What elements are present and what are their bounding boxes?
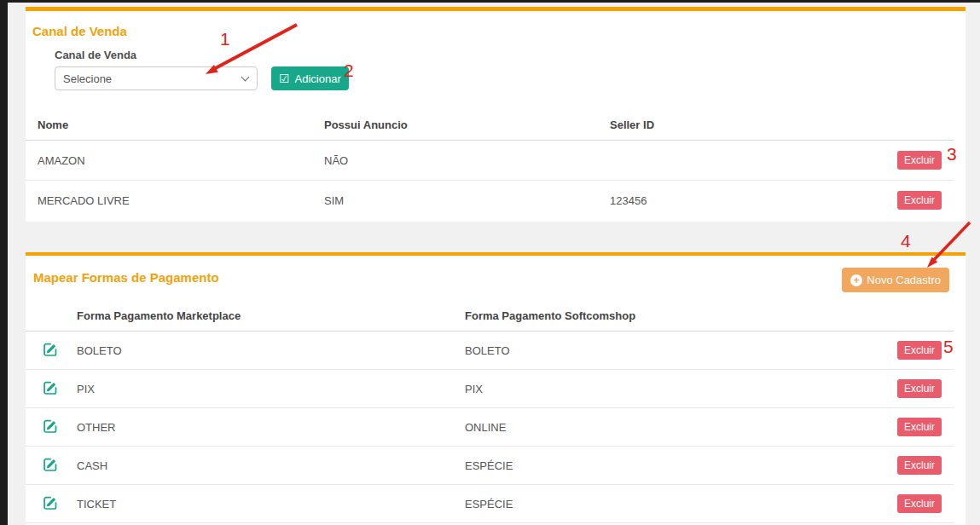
edit-icon[interactable] [43, 494, 59, 511]
actions-cell: Excluir [823, 408, 954, 447]
excluir-button[interactable]: Excluir [897, 379, 942, 398]
payment-row: OTHERONLINEExcluir [26, 408, 954, 447]
payment-row: BOLETOBOLETOExcluir [26, 332, 954, 370]
header-seller-id: Seller ID [598, 112, 811, 141]
cell-forma-marketplace: BOLETO [77, 332, 465, 370]
cell-possui-anuncio: NÃO [312, 141, 598, 181]
cell-forma-marketplace: TICKET [77, 485, 465, 523]
cell-forma-marketplace: PIX [77, 370, 465, 408]
cell-seller-id [598, 141, 811, 181]
actions-cell: Excluir [811, 181, 954, 221]
edit-cell [26, 408, 77, 447]
edit-icon[interactable] [43, 379, 59, 395]
plus-circle-icon: + [850, 274, 862, 286]
sales-channel-row: AMAZONNÃOExcluir [26, 141, 954, 181]
cell-possui-anuncio: SIM [312, 181, 598, 221]
adicionar-button[interactable]: ☑ Adicionar [271, 66, 349, 90]
header-edit-column [26, 303, 77, 332]
payment-row: TICKETESPÉCIEExcluir [26, 485, 954, 523]
header-actions [811, 112, 954, 141]
sales-channel-title: Canal de Venda [32, 24, 966, 38]
actions-cell: Excluir [823, 332, 954, 370]
cell-nome: AMAZON [26, 141, 312, 181]
check-square-icon: ☑ [279, 72, 290, 84]
edit-icon[interactable] [43, 418, 59, 434]
edit-cell [26, 332, 77, 370]
actions-cell: Excluir [823, 370, 954, 408]
excluir-button[interactable]: Excluir [897, 418, 942, 436]
excluir-button[interactable]: Excluir [897, 341, 942, 360]
header-actions [823, 303, 954, 332]
channel-select-wrap: Selecione [55, 66, 258, 90]
payment-mapping-title: Mapear Formas de Pagamento [33, 270, 966, 285]
cell-forma-softcomshop: BOLETO [465, 332, 823, 370]
sales-channel-table-header-row: Nome Possui Anuncio Seller ID [26, 112, 954, 141]
annotation-step-4: 4 [901, 231, 911, 251]
sales-channel-card: Canal de Venda Canal de Venda Selecione … [26, 7, 966, 222]
header-nome: Nome [26, 112, 312, 141]
sales-channel-table: Nome Possui Anuncio Seller ID AMAZONNÃOE… [26, 112, 954, 220]
cell-forma-marketplace: OTHER [77, 408, 465, 447]
header-forma-marketplace: Forma Pagamento Marketplace [77, 303, 465, 332]
cell-forma-softcomshop: ESPÉCIE [465, 447, 823, 485]
novo-cadastro-button[interactable]: + Novo Cadastro [842, 268, 949, 292]
actions-cell: Excluir [823, 447, 954, 485]
header-forma-softcomshop: Forma Pagamento Softcomshop [465, 303, 823, 332]
payment-mapping-table: Forma Pagamento Marketplace Forma Pagame… [26, 303, 954, 525]
novo-cadastro-button-label: Novo Cadastro [867, 274, 941, 286]
excluir-button[interactable]: Excluir [897, 494, 942, 513]
payment-row: CASHESPÉCIEExcluir [26, 447, 954, 485]
cell-forma-softcomshop: ESPÉCIE [465, 485, 823, 523]
cell-forma-marketplace: CASH [77, 447, 465, 485]
payment-row: PIXPIXExcluir [26, 370, 954, 408]
excluir-button[interactable]: Excluir [897, 191, 942, 210]
actions-cell: Excluir [811, 141, 954, 181]
cell-forma-softcomshop: ONLINE [465, 408, 823, 447]
screenshot-frame-top [0, 0, 980, 3]
screenshot-frame-left [0, 0, 8, 525]
cell-forma-softcomshop: PIX [465, 370, 823, 408]
actions-cell: Excluir [823, 485, 954, 523]
edit-cell [26, 447, 77, 485]
payment-mapping-card: Mapear Formas de Pagamento + Novo Cadast… [26, 252, 966, 525]
excluir-button[interactable]: Excluir [897, 456, 942, 475]
sales-channel-row: MERCADO LIVRESIM123456Excluir [26, 181, 954, 221]
cell-nome: MERCADO LIVRE [26, 181, 312, 221]
edit-icon[interactable] [43, 456, 59, 472]
edit-cell [26, 370, 77, 408]
adicionar-button-label: Adicionar [295, 72, 341, 85]
edit-cell [26, 485, 77, 523]
header-possui-anuncio: Possui Anuncio [312, 112, 598, 141]
channel-select-label: Canal de Venda [55, 49, 966, 61]
payment-table-header-row: Forma Pagamento Marketplace Forma Pagame… [26, 303, 954, 332]
cell-seller-id: 123456 [598, 181, 811, 221]
edit-icon[interactable] [43, 341, 59, 357]
channel-select[interactable]: Selecione [55, 66, 258, 90]
sales-channel-form: Canal de Venda Selecione ☑ Adicionar [55, 49, 966, 90]
excluir-button[interactable]: Excluir [897, 151, 942, 170]
